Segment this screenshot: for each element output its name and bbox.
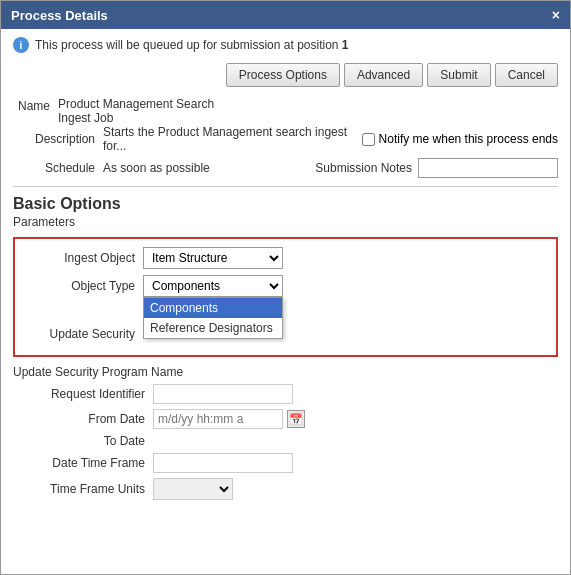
- update-security-row: Update Security: [23, 327, 548, 341]
- info-icon: i: [13, 37, 29, 53]
- schedule-label: Schedule: [13, 161, 103, 175]
- schedule-row: Schedule As soon as possible Submission …: [13, 158, 558, 178]
- object-type-dropdown-wrapper: Components Components Reference Designat…: [143, 275, 283, 297]
- to-date-row: To Date: [13, 434, 558, 448]
- process-details-dialog: Process Details × i This process will be…: [0, 0, 571, 575]
- notify-checkbox[interactable]: [362, 133, 375, 146]
- from-date-wrap: 📅: [153, 409, 305, 429]
- toolbar: Process Options Advanced Submit Cancel: [13, 63, 558, 87]
- time-frame-units-row: Time Frame Units: [13, 478, 558, 500]
- basic-options-title: Basic Options: [13, 195, 558, 213]
- update-security-program-name-label: Update Security Program Name: [13, 365, 191, 379]
- description-value: Starts the Product Management search ing…: [103, 125, 352, 153]
- request-identifier-row: Request Identifier: [13, 384, 558, 404]
- date-time-frame-row: Date Time Frame: [13, 453, 558, 473]
- schedule-value: As soon as possible: [103, 161, 285, 175]
- name-label: Name: [13, 97, 58, 113]
- dialog-title: Process Details: [11, 8, 108, 23]
- ingest-object-label: Ingest Object: [23, 251, 143, 265]
- parameters-label: Parameters: [13, 215, 558, 229]
- submission-notes-label: Submission Notes: [315, 161, 412, 175]
- object-type-row: Object Type Components Components Refere…: [23, 275, 548, 297]
- object-type-select[interactable]: Components: [143, 275, 283, 297]
- description-label: Description: [13, 132, 103, 146]
- update-security-program-name-row: Update Security Program Name: [13, 365, 558, 379]
- date-time-frame-input[interactable]: [153, 453, 293, 473]
- name-value: Product Management Search Ingest Job: [58, 97, 214, 125]
- ingest-object-row: Ingest Object Item Structure: [23, 247, 548, 269]
- process-options-button[interactable]: Process Options: [226, 63, 340, 87]
- object-type-dropdown-list: Components Reference Designators: [143, 297, 283, 339]
- ingest-object-select[interactable]: Item Structure: [143, 247, 283, 269]
- date-time-frame-label: Date Time Frame: [13, 456, 153, 470]
- info-message: This process will be queued up for submi…: [35, 38, 349, 52]
- info-bar: i This process will be queued up for sub…: [13, 37, 558, 53]
- dropdown-option-components[interactable]: Components: [144, 298, 282, 318]
- dialog-header: Process Details ×: [1, 1, 570, 29]
- time-frame-units-select[interactable]: [153, 478, 233, 500]
- ingest-object-dropdown: Item Structure: [143, 247, 283, 269]
- time-frame-units-label: Time Frame Units: [13, 482, 153, 496]
- advanced-button[interactable]: Advanced: [344, 63, 423, 87]
- update-security-label: Update Security: [23, 327, 143, 341]
- request-identifier-label: Request Identifier: [13, 387, 153, 401]
- request-identifier-input[interactable]: [153, 384, 293, 404]
- submission-notes-input[interactable]: [418, 158, 558, 178]
- from-date-label: From Date: [13, 412, 153, 426]
- dialog-body: i This process will be queued up for sub…: [1, 29, 570, 574]
- dropdown-option-reference-designators[interactable]: Reference Designators: [144, 318, 282, 338]
- object-type-label: Object Type: [23, 279, 143, 293]
- notify-label: Notify me when this process ends: [379, 132, 558, 146]
- cancel-button[interactable]: Cancel: [495, 63, 558, 87]
- to-date-label: To Date: [13, 434, 153, 448]
- submit-button[interactable]: Submit: [427, 63, 490, 87]
- name-row: Name Product Management Search Ingest Jo…: [13, 97, 558, 125]
- close-button[interactable]: ×: [552, 7, 560, 23]
- notify-check-row: Notify me when this process ends: [362, 132, 558, 146]
- divider: [13, 186, 558, 187]
- description-row: Description Starts the Product Managemen…: [13, 125, 558, 153]
- from-date-row: From Date 📅: [13, 409, 558, 429]
- calendar-icon[interactable]: 📅: [287, 410, 305, 428]
- parameters-box: Ingest Object Item Structure Object Type…: [13, 237, 558, 357]
- from-date-input[interactable]: [153, 409, 283, 429]
